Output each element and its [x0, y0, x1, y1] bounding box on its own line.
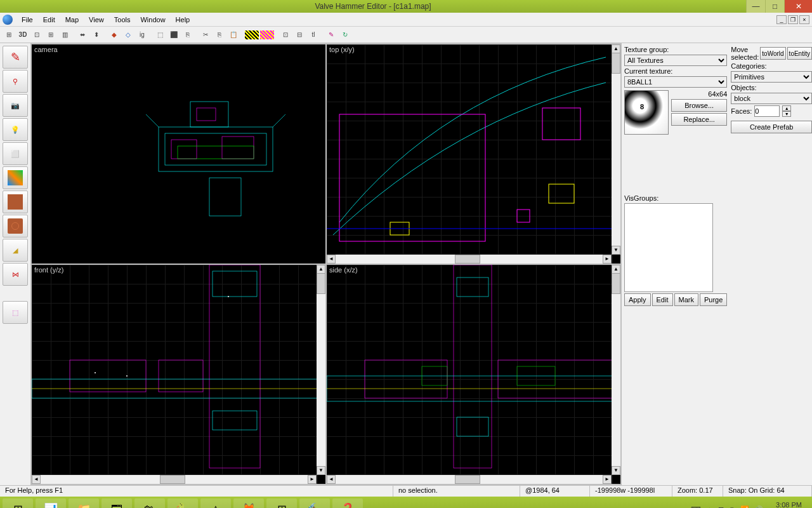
taskbar-hammer-icon[interactable]: 🔨 [299, 498, 330, 508]
window-titlebar: Valve Hammer Editor - [c1a1.map] — □ ✕ [0, 0, 812, 13]
viewport-side[interactable]: side (x/z) [327, 265, 620, 484]
toolbar-btn[interactable] [245, 30, 259, 39]
toolbar-btn[interactable]: ⬍ [90, 29, 103, 41]
scrollbar-h[interactable]: ◄► [32, 475, 317, 484]
taskbar-firefox-icon[interactable]: 🦊 [233, 498, 264, 508]
toolbar-btn[interactable]: ◇ [122, 29, 134, 41]
toolbar-btn[interactable]: ⊡ [279, 29, 292, 41]
visgroups-apply-button[interactable]: Apply [624, 293, 651, 306]
visgroups-edit-button[interactable]: Edit [652, 293, 673, 306]
toolbar-copy-icon[interactable]: ⎘ [213, 29, 226, 41]
toolbar-btn[interactable]: ⊞ [44, 29, 57, 41]
scrollbar-v[interactable]: ▲▼ [612, 44, 620, 255]
toolbar-btn[interactable]: ⬚ [154, 29, 166, 41]
toolbar-paste-icon[interactable]: 📋 [227, 29, 240, 41]
tool-clip-icon[interactable]: ◢ [3, 239, 28, 262]
categories-select[interactable]: Primitives [731, 71, 812, 83]
toolbar-btn[interactable]: ⬌ [76, 29, 89, 41]
taskbar-app-icon[interactable]: 🗔 [102, 498, 132, 508]
tool-vertex-icon[interactable]: ⋈ [3, 263, 28, 286]
tray-wifi-icon[interactable]: 📶 [740, 505, 749, 509]
tool-camera-icon[interactable]: 📷 [3, 94, 28, 117]
scrollbar-v[interactable]: ▲▼ [317, 265, 325, 475]
tool-selection-icon[interactable]: ✎ [3, 46, 28, 69]
app-icon [3, 15, 13, 25]
tool-block-icon[interactable]: ⬜ [3, 142, 28, 165]
taskbar-explorer-icon[interactable]: 📁 [69, 498, 99, 508]
visgroups-list[interactable] [624, 203, 713, 292]
maximize-button[interactable]: □ [765, 0, 784, 13]
tray-clock[interactable]: 3:08 PM 6/16/2015 [768, 501, 809, 508]
taskbar-calc-icon[interactable]: ⊞ [266, 498, 297, 508]
tray-chevron-icon[interactable]: ▲ [706, 505, 713, 508]
toolbar-btn[interactable]: ↻ [339, 29, 351, 41]
taskbar-python-icon[interactable]: 🐍 [167, 498, 198, 508]
svg-rect-11 [542, 108, 580, 140]
viewport-front[interactable]: front (y/z) [32, 265, 325, 484]
mdi-restore-button[interactable]: ❐ [788, 15, 798, 24]
scrollbar-h[interactable]: ◄► [327, 475, 612, 484]
visgroups-mark-button[interactable]: Mark [674, 293, 698, 306]
minimize-button[interactable]: — [746, 0, 765, 13]
tool-texture-icon[interactable] [3, 166, 28, 189]
viewport-label: side (x/z) [329, 266, 358, 274]
toolbar-3d-icon[interactable]: 3D [16, 29, 29, 41]
toolbar-btn[interactable] [260, 30, 274, 39]
texture-group-select[interactable]: All Textures [624, 55, 727, 66]
tool-decal-icon[interactable] [3, 215, 28, 237]
toolbar-btn[interactable]: ⊟ [293, 29, 306, 41]
taskbar-store-icon[interactable]: 🛍 [134, 498, 165, 508]
create-prefab-button[interactable]: Create Prefab [731, 121, 812, 133]
scrollbar-v[interactable]: ▲▼ [612, 265, 620, 475]
toolbar-btn[interactable]: ⬛ [167, 29, 180, 41]
faces-spinner-up[interactable]: ▲ [782, 105, 791, 111]
svg-rect-20 [213, 271, 257, 297]
toolbar-btn[interactable]: ⊡ [30, 29, 43, 41]
browse-button[interactable]: Browse... [671, 99, 727, 112]
toolbar-btn[interactable]: ▥ [58, 29, 71, 41]
mdi-close-button[interactable]: × [799, 15, 809, 24]
toolbar-cut-icon[interactable]: ✂ [199, 29, 212, 41]
faces-input[interactable] [754, 105, 780, 117]
toolbar-tl-icon[interactable]: tl [307, 29, 320, 41]
tray-keyboard-icon[interactable]: ⌨ [691, 505, 701, 509]
menu-view[interactable]: View [84, 15, 109, 25]
objects-select[interactable]: block [731, 93, 812, 104]
faces-spinner-down[interactable]: ▼ [782, 111, 791, 117]
menu-file[interactable]: File [16, 15, 38, 25]
menu-map[interactable]: Map [60, 15, 84, 25]
tool-apply-icon[interactable] [3, 190, 28, 213]
toolbar-ig-icon[interactable]: ig [136, 29, 148, 41]
tool-entity-icon[interactable]: 💡 [3, 118, 28, 141]
viewport-top[interactable]: top (x/y) [327, 44, 620, 264]
toolbar-btn[interactable]: ✎ [325, 29, 337, 41]
viewport-camera[interactable]: camera [32, 44, 325, 264]
svg-rect-12 [517, 210, 530, 222]
close-button[interactable]: ✕ [784, 0, 812, 13]
taskbar-vlc-icon[interactable]: △ [200, 498, 231, 508]
current-texture-select[interactable]: 8BALL1 [624, 76, 727, 88]
visgroups-purge-button[interactable]: Purge [700, 293, 727, 306]
taskbar-taskmgr-icon[interactable]: 📊 [36, 498, 66, 508]
mdi-minimize-button[interactable]: _ [776, 15, 787, 24]
menu-window[interactable]: Window [135, 15, 170, 25]
tray-flag-icon[interactable]: ⊞ [718, 505, 724, 509]
tray-steam-icon[interactable]: ◉ [729, 505, 735, 509]
taskbar-help-icon[interactable]: ❓ [332, 498, 363, 508]
tray-sound-icon[interactable]: 🔊 [754, 505, 763, 509]
scrollbar-h[interactable]: ◄► [327, 255, 612, 264]
toolbar-btn[interactable]: ⎘ [181, 29, 194, 41]
start-button[interactable]: ⊞ [3, 498, 33, 508]
replace-button[interactable]: Replace... [671, 113, 727, 126]
menu-edit[interactable]: Edit [38, 15, 60, 25]
toolbar-btn[interactable]: ◆ [108, 29, 121, 41]
toentity-button[interactable]: toEntity [787, 47, 812, 60]
toolbar-grid-icon[interactable]: ⊞ [3, 29, 15, 41]
viewport-label: front (y/z) [34, 266, 63, 274]
menu-tools[interactable]: Tools [109, 15, 136, 25]
tool-magnify-icon[interactable]: ⚲ [3, 70, 28, 93]
menu-help[interactable]: Help [171, 15, 195, 25]
tool-path-icon[interactable]: ⬚ [3, 301, 28, 324]
svg-line-5 [273, 114, 285, 127]
toworld-button[interactable]: toWorld [760, 47, 785, 60]
